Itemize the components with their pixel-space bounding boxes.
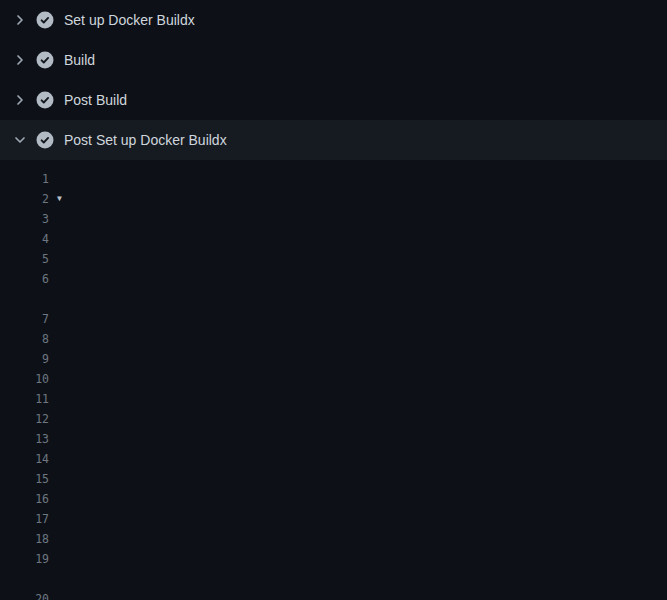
chevron-right-icon[interactable] xyxy=(12,92,28,108)
check-circle-icon xyxy=(36,91,54,109)
chevron-right-icon[interactable] xyxy=(12,52,28,68)
line-number[interactable]: 9 xyxy=(0,349,49,369)
check-circle-icon xyxy=(36,11,54,29)
log-line: 17 time="2021-04-23T18:02:38Z" level=deb… xyxy=(0,509,667,529)
line-number[interactable]: 11 xyxy=(0,389,49,409)
step-header[interactable]: Set up Docker Buildx xyxy=(0,0,667,40)
log-line: 6 time="2021-04-23T18:02:37Z" level=info… xyxy=(0,269,667,289)
step-header[interactable]: Post Set up Docker Buildx xyxy=(0,120,667,160)
log-line: 4 time="2021-04-23T18:02:37Z" level=info… xyxy=(0,229,667,249)
line-number[interactable]: 5 xyxy=(0,249,49,269)
log-line: 7 time="2021-04-23T18:02:37Z" level=warn… xyxy=(0,309,667,329)
line-number[interactable]: 7 xyxy=(0,309,49,329)
log-line: 14 time="2021-04-23T18:02:38Z" level=deb… xyxy=(0,449,667,469)
log-line: 10 time="2021-04-23T18:02:37Z" level=inf… xyxy=(0,369,667,389)
line-number[interactable]: 15 xyxy=(0,469,49,489)
step-header[interactable]: Post Build xyxy=(0,80,667,120)
line-number[interactable]: 16 xyxy=(0,489,49,509)
line-number[interactable]: 14 xyxy=(0,449,49,469)
line-number[interactable]: 12 xyxy=(0,409,49,429)
log-line: 11 time="2021-04-23T18:02:38Z" level=deb… xyxy=(0,389,667,409)
chevron-down-icon[interactable] xyxy=(12,132,28,148)
log-line: 8 time="2021-04-23T18:02:37Z" level=info… xyxy=(0,329,667,349)
line-number[interactable]: 17 xyxy=(0,509,49,529)
line-number[interactable]: 18 xyxy=(0,529,49,549)
line-number[interactable]: 20 xyxy=(0,589,49,600)
line-number[interactable]: 19 xyxy=(0,549,49,569)
line-number[interactable]: 1 xyxy=(0,169,49,189)
log-line: 9 time="2021-04-23T18:02:37Z" level=warn… xyxy=(0,349,667,369)
step-label: Build xyxy=(64,52,95,68)
check-circle-icon xyxy=(36,131,54,149)
log-line: 1 Post job cleanup. xyxy=(0,169,667,189)
log-line: 15 time="2021-04-23T18:02:38Z" level=deb… xyxy=(0,469,667,489)
log-line: 3 /usr/bin/docker logs buildx_buildkit_b… xyxy=(0,209,667,229)
log-line: 18 time="2021-04-23T18:02:38Z" level=deb… xyxy=(0,529,667,549)
log-line: 12 time="2021-04-23T18:02:38Z" level=deb… xyxy=(0,409,667,429)
line-number[interactable]: 13 xyxy=(0,429,49,449)
check-circle-icon xyxy=(36,51,54,69)
step-list: Set up Docker Buildx Build xyxy=(0,0,667,160)
line-number[interactable]: 6 xyxy=(0,269,49,289)
line-number[interactable]: 3 xyxy=(0,209,49,229)
log-line: application/vnd.oci.image.index.v1+json,… xyxy=(0,569,667,589)
workflow-log-viewer: Set up Docker Buildx Build xyxy=(0,0,667,600)
line-number[interactable]: 2 xyxy=(0,189,49,209)
log-area[interactable]: 1 Post job cleanup. 2 ▼ BuildKit contain… xyxy=(0,160,667,600)
line-number[interactable]: 4 xyxy=(0,229,49,249)
log-line: 5 time="2021-04-23T18:02:37Z" level=warn… xyxy=(0,249,667,269)
step-header[interactable]: Build xyxy=(0,40,667,80)
step-label: Post Set up Docker Buildx xyxy=(64,132,227,148)
log-line: 20 time="2021-04-23T18:02:38Z" level=deb… xyxy=(0,589,667,600)
log-line: 2 ▼ BuildKit container logs xyxy=(0,189,667,209)
line-number[interactable]: 8 xyxy=(0,329,49,349)
log-line: 19 time="2021-04-23T18:02:38Z" level=deb… xyxy=(0,549,667,569)
chevron-right-icon[interactable] xyxy=(12,12,28,28)
group-toggle-icon[interactable]: ▼ xyxy=(57,189,62,209)
log-line: linux/riscv64 linux/ppc64le linux/s390x … xyxy=(0,289,667,309)
step-label: Post Build xyxy=(64,92,127,108)
log-line: 13 time="2021-04-23T18:02:38Z" level=deb… xyxy=(0,429,667,449)
line-number[interactable]: 10 xyxy=(0,369,49,389)
log-line: 16 time="2021-04-23T18:02:38Z" level=deb… xyxy=(0,489,667,509)
step-label: Set up Docker Buildx xyxy=(64,12,195,28)
